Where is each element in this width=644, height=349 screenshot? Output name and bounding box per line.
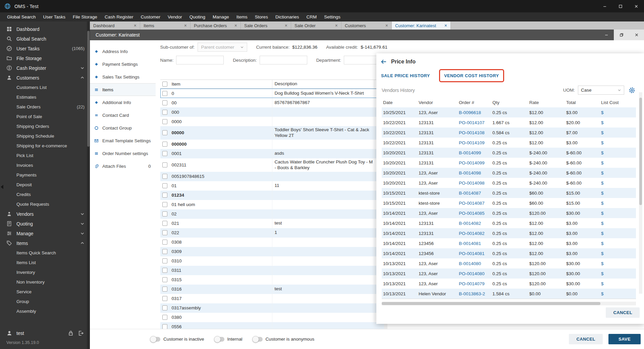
sidebar-item-non-inventory[interactable]: Non Inventory xyxy=(0,277,90,287)
list-cost-link[interactable]: $ xyxy=(600,120,636,125)
item-row[interactable]: 0308 xyxy=(160,238,384,247)
vendor-history-row[interactable]: 10/14/2021123, AserPO-00140850.25 cs$120… xyxy=(382,208,636,218)
item-row[interactable]: 02 xyxy=(160,209,384,219)
row-checkbox[interactable] xyxy=(162,258,167,263)
order-number-link[interactable]: PO-0014108 xyxy=(458,130,491,135)
sidebar-item-invoices[interactable]: Invoices xyxy=(0,160,90,170)
select-all-checkbox[interactable] xyxy=(162,82,167,87)
item-row[interactable]: 000 xyxy=(160,107,384,117)
list-cost-link[interactable]: $ xyxy=(600,150,636,155)
column-header-description[interactable]: Description xyxy=(272,80,374,88)
order-number-link[interactable]: PO-0014085 xyxy=(458,211,491,216)
sidebar-item-pick-list[interactable]: Pick List xyxy=(0,151,90,160)
item-row[interactable]: 0556 xyxy=(160,322,384,329)
row-checkbox[interactable] xyxy=(162,296,167,301)
scrollbar-thumb[interactable] xyxy=(382,302,600,305)
scrollbar-thumb[interactable] xyxy=(639,98,642,205)
sidebar-collapse-handle[interactable] xyxy=(0,184,4,190)
menu-user-tasks[interactable]: User Tasks xyxy=(40,14,69,19)
sidebar-item-assembly[interactable]: Assembly xyxy=(0,306,90,316)
column-header-total[interactable]: Total xyxy=(565,100,600,105)
sidebar-item-manage[interactable]: Manage xyxy=(0,229,90,238)
list-cost-link[interactable]: $ xyxy=(600,271,636,276)
order-number-link[interactable]: B-0014080 xyxy=(458,261,491,266)
vendor-history-row[interactable]: 10/15/2021ktest-storeB-00140870.25 cs$60… xyxy=(382,188,636,198)
row-checkbox[interactable] xyxy=(162,174,167,179)
panel-cancel-button[interactable]: CANCEL xyxy=(606,307,640,318)
tab-customers[interactable]: Customers× xyxy=(341,21,392,30)
menu-global-search[interactable]: Global Search xyxy=(3,14,40,19)
lock-icon[interactable] xyxy=(68,330,74,336)
row-checkbox[interactable] xyxy=(162,162,167,167)
vendor-history-row[interactable]: 10/20/2021123131B-00140990.25 cs$-240.00… xyxy=(382,148,636,158)
nav-item-payment-settings[interactable]: Payment Settings xyxy=(90,58,156,70)
vendor-history-row[interactable]: 10/22/2021123131PO-00141071.667 cs$12.00… xyxy=(382,117,636,128)
sidebar-item-deposit[interactable]: Deposit xyxy=(0,180,90,190)
menu-items[interactable]: Items xyxy=(233,14,251,19)
menu-manage[interactable]: Manage xyxy=(209,14,233,19)
menu-cash-register[interactable]: Cash Register xyxy=(101,14,137,19)
item-row[interactable]: 0315 xyxy=(160,275,384,285)
sidebar-item-customers[interactable]: Customers xyxy=(0,73,90,83)
tab-sale-price-history[interactable]: SALE PRICE HISTORY xyxy=(381,73,430,78)
row-checkbox[interactable] xyxy=(162,193,167,198)
item-row[interactable]: 0317assembly xyxy=(160,303,384,313)
list-cost-link[interactable]: $ xyxy=(600,170,636,176)
sidebar-item-credits[interactable]: Credits xyxy=(0,190,90,199)
order-number-link[interactable]: B-0014087 xyxy=(458,191,491,196)
sidebar-item-shipping-for-e-commerce[interactable]: Shipping for e-commerce xyxy=(0,141,90,151)
order-number-link[interactable]: B-0096618 xyxy=(458,110,491,115)
item-row[interactable]: 0380 xyxy=(160,313,384,322)
tab-close-icon[interactable]: × xyxy=(134,23,137,28)
row-checkbox[interactable] xyxy=(162,287,167,292)
tab-vendor-cost-history[interactable]: VENDOR COST HISTORY xyxy=(439,69,504,82)
vendor-history-row[interactable]: 10/22/2021123131PO-00141090.25 cs$12.00$… xyxy=(382,138,636,148)
row-checkbox[interactable] xyxy=(162,249,167,254)
order-number-link[interactable]: B-0014081 xyxy=(458,241,491,246)
menu-crm[interactable]: CRM xyxy=(303,14,320,19)
order-number-link[interactable]: PO-0014082 xyxy=(458,231,491,236)
order-number-link[interactable]: PO-0014079 xyxy=(458,281,491,286)
sidebar-item-inventory[interactable]: Inventory xyxy=(0,267,90,277)
sidebar-item-file-storage[interactable]: File Storage xyxy=(0,53,90,63)
row-checkbox[interactable] xyxy=(162,100,167,105)
toggle-customer-is-inactive[interactable]: Customer is inactive xyxy=(150,337,204,342)
vendor-history-row[interactable]: 10/14/2021123131PO-00140820.25 cs$12.00$… xyxy=(382,228,636,238)
column-header-order[interactable]: Order # xyxy=(458,100,491,105)
sidebar-item-quote-requests[interactable]: Quote Requests xyxy=(0,199,90,209)
list-cost-link[interactable]: $ xyxy=(600,281,636,286)
minimize-button[interactable] xyxy=(597,0,612,12)
order-number-link[interactable]: B-0013863-2 xyxy=(458,291,491,296)
item-row[interactable]: 00000Toddler Boys' Short Sleeve T-Shirt … xyxy=(160,126,384,140)
menu-dictionaries[interactable]: Dictionaries xyxy=(272,14,303,19)
vendor-history-row[interactable]: 10/15/2021ktest-storePO-00140870.25 cs$6… xyxy=(382,198,636,208)
column-header-date[interactable]: Date xyxy=(382,100,417,105)
tab-items[interactable]: Items× xyxy=(140,21,191,30)
uom-select[interactable]: Case xyxy=(578,86,624,95)
vendor-history-row[interactable]: 10/13/2021123, AserB-00140800.25 cs$120.… xyxy=(382,258,636,268)
vendor-history-row[interactable]: 10/25/2021123, AserB-00966180.25 cs$12.0… xyxy=(382,107,636,117)
tab-customer-karinatest[interactable]: Customer: Karinatest× xyxy=(392,21,451,30)
item-row[interactable]: 000000 xyxy=(160,140,384,149)
item-row[interactable]: 002311Cactus Water Bottle Cruncher Plush… xyxy=(160,158,384,172)
row-checkbox[interactable] xyxy=(162,119,167,124)
nav-item-additional-info[interactable]: Additional Info xyxy=(90,96,156,109)
restore-button[interactable] xyxy=(614,30,629,40)
sidebar-item-group[interactable]: Group xyxy=(0,297,90,306)
row-checkbox[interactable] xyxy=(162,268,167,273)
sidebar-scrollbar[interactable] xyxy=(87,21,90,349)
row-checkbox[interactable] xyxy=(162,240,167,245)
list-cost-link[interactable]: $ xyxy=(600,291,636,296)
list-cost-link[interactable]: $ xyxy=(600,110,636,115)
vendor-history-row[interactable]: 10/20/2021123, AserPO-00140980.25 cs$-24… xyxy=(382,178,636,188)
item-row[interactable]: 0316test xyxy=(160,285,384,294)
sidebar-item-shipping-orders[interactable]: Shipping Orders xyxy=(0,121,90,131)
tab-close-icon[interactable]: × xyxy=(444,23,447,28)
sidebar-item-sale-orders[interactable]: Sale Orders(22) xyxy=(0,102,90,112)
item-row[interactable]: 0051907848615 xyxy=(160,172,384,181)
back-arrow-icon[interactable] xyxy=(380,58,387,65)
menu-settings[interactable]: Settings xyxy=(320,14,344,19)
toggle-switch[interactable] xyxy=(150,337,160,342)
sidebar-item-customers-list[interactable]: Customers List xyxy=(0,83,90,92)
row-checkbox[interactable] xyxy=(162,142,167,147)
